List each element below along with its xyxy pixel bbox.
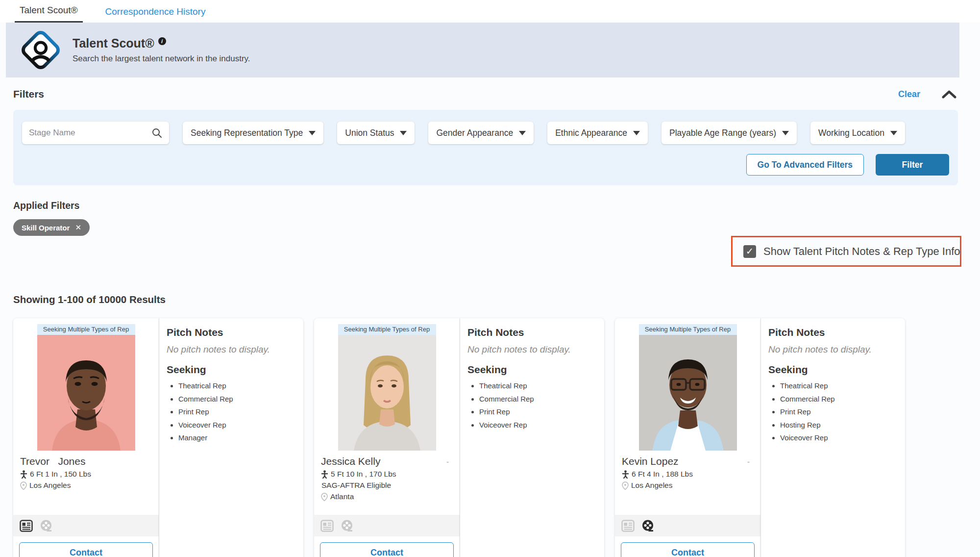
filter-panel: Seeking Representation Type Union Status… xyxy=(13,110,958,185)
tab-talent-scout[interactable]: Talent Scout® xyxy=(15,0,83,23)
clear-filters-link[interactable]: Clear xyxy=(898,89,920,100)
chevron-down-icon xyxy=(890,131,897,135)
reel-icon[interactable] xyxy=(341,519,354,532)
seeking-item: Print Rep xyxy=(479,407,599,416)
height-icon xyxy=(321,470,328,479)
dropdown-label: Ethnic Appearance xyxy=(555,128,627,138)
tab-bar: Talent Scout® Correspondence History xyxy=(0,0,980,23)
dropdown-playable-age-range[interactable]: Playable Age Range (years) xyxy=(662,122,797,144)
chevron-down-icon xyxy=(782,131,789,135)
stage-name-search[interactable] xyxy=(22,122,169,144)
dropdown-union-status[interactable]: Union Status xyxy=(337,122,415,144)
talent-location: Atlanta xyxy=(330,492,354,501)
advanced-filters-button[interactable]: Go To Advanced Filters xyxy=(746,154,864,176)
show-pitch-notes-checkbox[interactable]: ✓ xyxy=(743,245,756,258)
pitch-notes-heading: Pitch Notes xyxy=(467,327,599,338)
talent-scout-logo-icon xyxy=(20,29,62,71)
talent-card: Seeking Multiple Types of Rep xyxy=(314,318,605,557)
search-icon xyxy=(151,127,162,138)
seeking-item: Theatrical Rep xyxy=(479,381,599,390)
seeking-item: Hosting Rep xyxy=(780,421,900,429)
pitch-notes-panel: Pitch Notes No pitch notes to display. S… xyxy=(761,318,905,557)
applied-filter-chip-skill-operator[interactable]: Skill Operator ✕ xyxy=(13,219,90,236)
seeking-banner: Seeking Multiple Types of Rep xyxy=(338,324,436,335)
collapse-chevron-icon[interactable] xyxy=(942,90,956,99)
talent-location: Los Angeles xyxy=(631,481,672,490)
seeking-item: Commercial Rep xyxy=(479,395,599,403)
seeking-heading: Seeking xyxy=(467,364,599,376)
applied-filters-heading: Applied Filters xyxy=(13,200,980,211)
talent-name[interactable]: Trevor Jones xyxy=(20,456,152,467)
location-pin-icon xyxy=(321,493,328,501)
reel-icon[interactable] xyxy=(641,519,655,532)
dropdown-ethnic-appearance[interactable]: Ethnic Appearance xyxy=(547,122,648,144)
dropdown-label: Union Status xyxy=(345,128,394,138)
seeking-item: Voiceover Rep xyxy=(479,421,599,429)
height-weight: 6 Ft 4 In , 188 Lbs xyxy=(632,470,693,479)
seeking-banner: Seeking Multiple Types of Rep xyxy=(639,324,737,335)
talent-headshot[interactable] xyxy=(37,335,135,451)
height-icon xyxy=(20,470,27,479)
show-pitch-notes-label[interactable]: Show Talent Pitch Notes & Rep Type Info xyxy=(763,245,960,258)
resume-icon[interactable] xyxy=(320,519,334,532)
contact-button[interactable]: Contact xyxy=(19,542,153,557)
location-pin-icon xyxy=(622,481,629,490)
seeking-banner: Seeking Multiple Types of Rep xyxy=(37,324,135,335)
remove-chip-icon[interactable]: ✕ xyxy=(75,223,81,232)
media-icon-strip xyxy=(314,515,460,536)
talent-name[interactable]: Kevin Lopez xyxy=(622,456,754,467)
pitch-notes-heading: Pitch Notes xyxy=(768,327,900,338)
dropdown-working-location[interactable]: Working Location xyxy=(810,122,905,144)
stage-name-input[interactable] xyxy=(29,128,151,138)
tab-correspondence-history[interactable]: Correspondence History xyxy=(100,1,211,23)
dropdown-gender-appearance[interactable]: Gender Appearance xyxy=(428,122,534,144)
results-summary: Showing 1-100 of 10000 Results xyxy=(13,294,980,305)
media-icon-strip xyxy=(615,515,760,536)
seeking-item: Theatrical Rep xyxy=(178,381,298,390)
seeking-item: Voiceover Rep xyxy=(780,433,900,442)
seeking-list: Theatrical Rep Commercial Rep Print Rep … xyxy=(178,381,298,442)
seeking-item: Theatrical Rep xyxy=(780,381,900,390)
seeking-item: Print Rep xyxy=(780,407,900,416)
page-subtitle: Search the largest talent network in the… xyxy=(73,54,250,64)
seeking-list: Theatrical Rep Commercial Rep Print Rep … xyxy=(780,381,900,442)
name-suffix: - xyxy=(446,457,449,466)
dropdown-seeking-representation-type[interactable]: Seeking Representation Type xyxy=(183,122,323,144)
talent-headshot[interactable] xyxy=(639,335,737,451)
seeking-item: Manager xyxy=(178,433,298,442)
chevron-down-icon xyxy=(309,131,316,135)
dropdown-label: Working Location xyxy=(818,128,884,138)
seeking-heading: Seeking xyxy=(768,364,900,376)
seeking-heading: Seeking xyxy=(167,364,298,376)
height-weight: 6 Ft 1 In , 150 Lbs xyxy=(30,470,91,479)
name-suffix: - xyxy=(747,457,750,466)
talent-name[interactable]: Jessica Kelly xyxy=(321,456,453,467)
pitch-notes-heading: Pitch Notes xyxy=(167,327,298,338)
header-banner: Talent Scout® i Search the largest talen… xyxy=(6,23,959,77)
contact-button[interactable]: Contact xyxy=(320,542,454,557)
talent-location: Los Angeles xyxy=(29,481,71,490)
contact-button[interactable]: Contact xyxy=(621,542,755,557)
dropdown-label: Gender Appearance xyxy=(436,128,513,138)
talent-card: Seeking Multiple Types of Rep xyxy=(13,318,304,557)
filters-heading: Filters xyxy=(13,88,44,100)
filter-button[interactable]: Filter xyxy=(876,154,949,176)
chevron-down-icon xyxy=(519,131,526,135)
seeking-item: Voiceover Rep xyxy=(178,421,298,429)
dropdown-label: Playable Age Range (years) xyxy=(669,128,776,138)
resume-icon[interactable] xyxy=(621,519,635,532)
chevron-down-icon xyxy=(633,131,640,135)
reel-icon[interactable] xyxy=(40,519,53,532)
seeking-list: Theatrical Rep Commercial Rep Print Rep … xyxy=(479,381,599,429)
page-title: Talent Scout® xyxy=(73,36,154,51)
info-icon[interactable]: i xyxy=(158,37,166,45)
chip-label: Skill Operator xyxy=(22,224,70,232)
height-icon xyxy=(622,470,629,479)
talent-scout-page: Talent Scout® Correspondence History Tal… xyxy=(0,0,980,557)
pitch-notes-panel: Pitch Notes No pitch notes to display. S… xyxy=(460,318,604,557)
talent-headshot[interactable] xyxy=(338,335,436,451)
pitch-notes-panel: Pitch Notes No pitch notes to display. S… xyxy=(159,318,303,557)
resume-icon[interactable] xyxy=(20,519,33,532)
results-grid: Seeking Multiple Types of Rep xyxy=(13,318,980,557)
seeking-item: Print Rep xyxy=(178,407,298,416)
